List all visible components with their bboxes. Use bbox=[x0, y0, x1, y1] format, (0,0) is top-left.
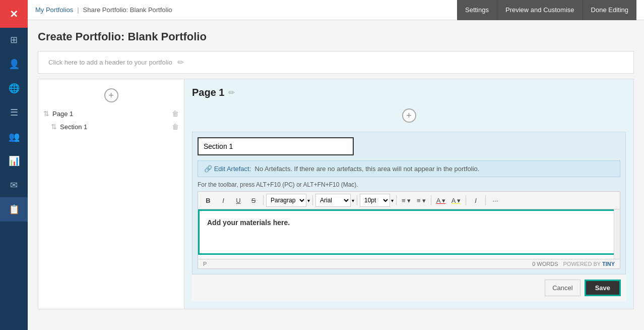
section-item: ⇅ Section 1 🗑 bbox=[38, 121, 184, 133]
editor-content[interactable]: Add your materials here. bbox=[198, 209, 620, 255]
add-page-circle-button[interactable]: + bbox=[104, 88, 118, 102]
sidebar-icon-grid[interactable]: ⊞ bbox=[0, 28, 28, 52]
editor-footer: Cancel Save bbox=[192, 274, 626, 301]
sidebar: ✕ ⊞ 👤 🌐 ☰ 👥 📊 ✉ 📋 bbox=[0, 0, 28, 330]
sidebar-icon-list[interactable]: ☰ bbox=[0, 100, 28, 125]
editor-content-area: Add your materials here. bbox=[198, 209, 620, 259]
preview-button[interactable]: Preview and Customise bbox=[497, 0, 583, 20]
cancel-button[interactable]: Cancel bbox=[545, 280, 580, 296]
main-content: My Portfolios | Share Portfolio: Blank P… bbox=[28, 0, 644, 330]
add-page-btn-row: + bbox=[38, 84, 184, 106]
page-heading-text: Page 1 bbox=[192, 87, 224, 98]
breadcrumb-separator: | bbox=[77, 6, 79, 14]
toolbar-separator-4 bbox=[396, 195, 397, 205]
save-button[interactable]: Save bbox=[585, 280, 621, 296]
toolbar-bold-button[interactable]: B bbox=[201, 194, 215, 207]
close-icon: ✕ bbox=[10, 8, 18, 20]
toolbar-highlight-button[interactable]: A ▾ bbox=[449, 194, 463, 207]
sidebar-icon-globe[interactable]: 🌐 bbox=[0, 76, 28, 100]
top-nav-actions: Settings Preview and Customise Done Edit… bbox=[457, 0, 636, 20]
section-editor: 🔗 Edit Artefact: No Artefacts. If there … bbox=[192, 132, 626, 274]
section-delete-icon[interactable]: 🗑 bbox=[172, 123, 179, 131]
editor-layout: + ⇅ Page 1 🗑 ⇅ Section 1 🗑 bbox=[38, 79, 634, 309]
left-panel: + ⇅ Page 1 🗑 ⇅ Section 1 🗑 bbox=[38, 79, 184, 309]
page-heading-row: Page 1 ✏ bbox=[192, 87, 626, 98]
page-move-icon[interactable]: ⇅ bbox=[43, 109, 49, 118]
sidebar-icon-user[interactable]: 👤 bbox=[0, 52, 28, 76]
page-delete-icon[interactable]: 🗑 bbox=[172, 109, 179, 118]
toolbar-ordered-list-button[interactable]: ≡ ▾ bbox=[414, 194, 428, 207]
editor-toolbar: B I U S Paragraph Heading 1 Heading 2 ▾ bbox=[198, 191, 620, 209]
editor-status-bar: P 0 WORDS POWERED BY TINY bbox=[198, 259, 620, 269]
breadcrumb-current: Share Portfolio: Blank Portfolio bbox=[83, 6, 172, 14]
sidebar-icon-mail[interactable]: ✉ bbox=[0, 173, 28, 197]
artefact-note: No Artefacts. If there are no artefacts,… bbox=[255, 165, 480, 173]
sidebar-icon-chart[interactable]: 📊 bbox=[0, 149, 28, 173]
toolbar-separator-2 bbox=[312, 195, 313, 205]
add-section-circle-button[interactable]: + bbox=[402, 108, 416, 123]
toolbar-paragraph-select[interactable]: Paragraph Heading 1 Heading 2 bbox=[266, 194, 306, 207]
sidebar-icon-users[interactable]: 👥 bbox=[0, 125, 28, 149]
sidebar-icon-doc[interactable]: 📋 bbox=[0, 197, 28, 222]
artefact-edit-link[interactable]: 🔗 Edit Artefact: bbox=[204, 165, 253, 173]
toolbar-separator-7 bbox=[485, 195, 486, 205]
header-edit-icon[interactable]: ✏ bbox=[177, 58, 184, 67]
editor-scrollbar[interactable] bbox=[614, 209, 620, 259]
toolbar-more-button[interactable]: ··· bbox=[488, 194, 502, 207]
toolbar-underline-button[interactable]: U bbox=[231, 194, 245, 207]
sidebar-close-button[interactable]: ✕ bbox=[0, 0, 28, 28]
powered-by: POWERED BY TINY bbox=[563, 261, 615, 267]
breadcrumb-my-portfolios[interactable]: My Portfolios bbox=[35, 6, 73, 14]
right-panel: Page 1 ✏ + 🔗 Edit Artefact: bbox=[184, 79, 633, 309]
page-title: Create Portfolio: Blank Portfolio bbox=[38, 30, 634, 43]
toolbar-separator-6 bbox=[466, 195, 466, 205]
toolbar-separator-5 bbox=[431, 195, 431, 205]
done-editing-button[interactable]: Done Editing bbox=[583, 0, 636, 20]
font-chevron-icon: ▾ bbox=[352, 198, 354, 203]
top-nav: My Portfolios | Share Portfolio: Blank P… bbox=[28, 0, 644, 20]
toolbar-text-color-button[interactable]: A ▾ bbox=[434, 194, 448, 207]
toolbar-size-select[interactable]: 10pt 12pt 14pt bbox=[360, 194, 390, 207]
add-section-row: + bbox=[192, 104, 626, 127]
status-tag: P bbox=[203, 261, 207, 267]
section-label[interactable]: Section 1 bbox=[60, 123, 169, 131]
header-placeholder-text: Click here to add a header to your portf… bbox=[48, 59, 172, 66]
paragraph-chevron-icon: ▾ bbox=[307, 198, 310, 203]
toolbar-unordered-list-button[interactable]: ≡ ▾ bbox=[399, 194, 413, 207]
page-heading-edit-icon[interactable]: ✏ bbox=[228, 88, 235, 97]
toolbar-hint: For the toolbar, press ALT+F10 (PC) or A… bbox=[198, 181, 620, 188]
page-label[interactable]: Page 1 bbox=[52, 110, 169, 118]
artefact-bar: 🔗 Edit Artefact: No Artefacts. If there … bbox=[198, 160, 620, 177]
breadcrumb: My Portfolios | Share Portfolio: Blank P… bbox=[35, 6, 172, 14]
toolbar-separator-1 bbox=[263, 195, 264, 205]
toolbar-font-select[interactable]: Arial Times New Roman Courier New bbox=[315, 194, 351, 207]
header-area[interactable]: Click here to add a header to your portf… bbox=[38, 51, 634, 74]
section-title-input[interactable] bbox=[198, 137, 354, 155]
word-count: 0 WORDS bbox=[532, 261, 558, 267]
toolbar-italic2-button[interactable]: I bbox=[469, 194, 483, 207]
toolbar-separator-3 bbox=[357, 195, 357, 205]
toolbar-strikethrough-button[interactable]: S bbox=[246, 194, 261, 207]
toolbar-italic-button[interactable]: I bbox=[216, 194, 230, 207]
page-item: ⇅ Page 1 🗑 bbox=[38, 106, 184, 121]
page-body: Create Portfolio: Blank Portfolio Click … bbox=[28, 20, 644, 330]
section-move-icon[interactable]: ⇅ bbox=[51, 123, 57, 131]
size-chevron-icon: ▾ bbox=[391, 198, 394, 203]
settings-button[interactable]: Settings bbox=[457, 0, 497, 20]
